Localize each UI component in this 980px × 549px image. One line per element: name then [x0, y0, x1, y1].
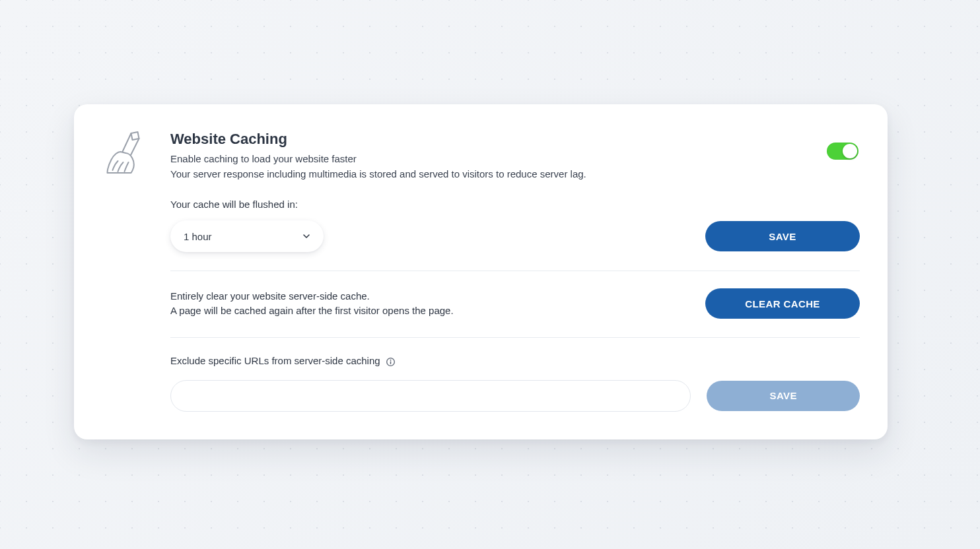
exclude-save-button-label: SAVE — [770, 390, 797, 401]
card-header-row: Website Caching Enable caching to load y… — [170, 131, 860, 181]
caching-toggle[interactable] — [827, 143, 858, 160]
card-title: Website Caching — [170, 131, 814, 148]
exclude-row: SAVE — [170, 380, 860, 412]
svg-rect-2 — [390, 361, 392, 364]
clear-cache-text: Entirely clear your website server-side … — [170, 289, 454, 319]
exclude-label: Exclude specific URLs from server-side c… — [170, 355, 380, 366]
flush-interval-select[interactable]: 1 hour — [170, 220, 324, 252]
card-subtitle-line-2: Your server response including multimedi… — [170, 167, 814, 182]
divider — [170, 337, 860, 338]
exclude-url-input[interactable] — [170, 380, 691, 412]
divider — [170, 271, 860, 271]
flush-interval-value: 1 hour — [184, 231, 212, 242]
card-content: Website Caching Enable caching to load y… — [170, 131, 860, 412]
flush-section: Your cache will be flushed in: 1 hour SA… — [170, 199, 860, 252]
clear-cache-row: Entirely clear your website server-side … — [170, 288, 860, 319]
exclude-save-button[interactable]: SAVE — [707, 381, 860, 411]
caching-toggle-wrap — [827, 131, 860, 160]
card-subtitle-line-1: Enable caching to load your website fast… — [170, 152, 814, 167]
exclude-section: Exclude specific URLs from server-side c… — [170, 355, 860, 412]
chevron-down-icon — [302, 232, 310, 240]
card-header-text: Website Caching Enable caching to load y… — [170, 131, 814, 181]
info-icon[interactable] — [386, 357, 396, 367]
toggle-knob — [843, 144, 857, 158]
exclude-label-row: Exclude specific URLs from server-side c… — [170, 355, 860, 367]
clear-cache-line-1: Entirely clear your website server-side … — [170, 289, 454, 304]
flush-label: Your cache will be flushed in: — [170, 199, 860, 210]
clear-cache-line-2: A page will be cached again after the fi… — [170, 304, 454, 319]
website-caching-card: Website Caching Enable caching to load y… — [74, 104, 888, 439]
clear-cache-button-label: CLEAR CACHE — [745, 298, 820, 309]
brush-icon — [102, 166, 145, 178]
card-icon-column — [102, 131, 153, 412]
flush-save-button-label: SAVE — [769, 231, 796, 242]
flush-row: 1 hour SAVE — [170, 220, 860, 252]
clear-cache-button[interactable]: CLEAR CACHE — [705, 288, 860, 319]
svg-point-1 — [390, 359, 391, 360]
flush-save-button[interactable]: SAVE — [705, 221, 860, 251]
